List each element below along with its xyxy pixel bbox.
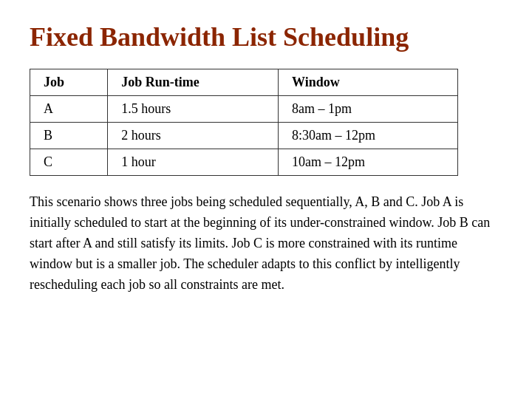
table-row: B2 hours8:30am – 12pm: [30, 123, 458, 149]
cell-job-2: C: [30, 149, 108, 176]
cell-job-0: A: [30, 96, 108, 123]
cell-job-1: B: [30, 123, 108, 149]
page-title: Fixed Bandwidth List Scheduling: [30, 22, 502, 52]
table-row: A1.5 hours8am – 1pm: [30, 96, 458, 123]
cell-window-2: 10am – 12pm: [279, 149, 458, 176]
cell-runtime-0: 1.5 hours: [108, 96, 279, 123]
col-header-runtime: Job Run-time: [108, 69, 279, 96]
table-header-row: Job Job Run-time Window: [30, 69, 458, 96]
description-paragraph: This scenario shows three jobs being sch…: [30, 192, 502, 295]
cell-window-1: 8:30am – 12pm: [279, 123, 458, 149]
cell-runtime-1: 2 hours: [108, 123, 279, 149]
cell-runtime-2: 1 hour: [108, 149, 279, 176]
col-header-window: Window: [279, 69, 458, 96]
table-row: C1 hour10am – 12pm: [30, 149, 458, 176]
col-header-job: Job: [30, 69, 108, 96]
schedule-table: Job Job Run-time Window A1.5 hours8am – …: [30, 69, 458, 176]
cell-window-0: 8am – 1pm: [279, 96, 458, 123]
